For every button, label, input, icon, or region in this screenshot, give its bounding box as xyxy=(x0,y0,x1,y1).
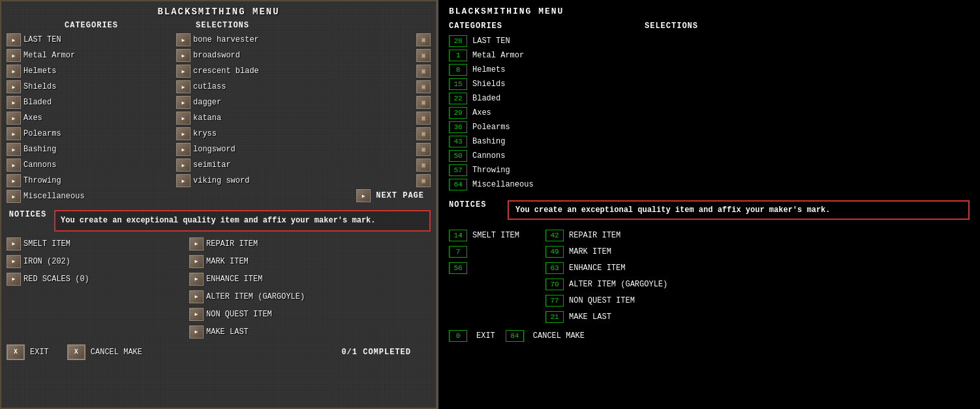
scroll-btn-4[interactable] xyxy=(416,80,431,93)
arrow-btn-crescent[interactable] xyxy=(176,65,191,78)
arrow-btn-katana[interactable] xyxy=(176,112,191,125)
list-item[interactable]: 50 Cannons xyxy=(449,149,645,162)
right-main: 28 LAST TEN 1 Metal Armor 8 Helmets 15 S… xyxy=(449,35,970,192)
list-item[interactable]: kryss xyxy=(176,127,431,141)
list-item[interactable]: Cannons xyxy=(7,158,176,172)
arrow-btn-axes[interactable] xyxy=(7,112,21,125)
arrow-btn-throwing[interactable] xyxy=(7,174,21,187)
list-item[interactable]: REPAIR ITEM xyxy=(189,237,431,251)
list-item[interactable]: NON QUEST ITEM xyxy=(189,307,431,322)
list-item[interactable]: Metal Armor xyxy=(7,48,176,63)
list-item[interactable]: bone harvester xyxy=(176,33,431,47)
right-exit-item[interactable]: 0 EXIT xyxy=(449,330,495,342)
arrow-btn-shields[interactable] xyxy=(7,80,21,93)
list-item[interactable]: 70 ALTER ITEM (GARGOYLE) xyxy=(545,278,667,291)
list-item[interactable]: 15 Shields xyxy=(449,78,645,91)
list-item[interactable]: 7 xyxy=(449,245,519,258)
scroll-btn-6[interactable] xyxy=(416,112,431,125)
scroll-btn-8[interactable] xyxy=(416,143,431,156)
list-item[interactable]: viking sword xyxy=(176,174,431,188)
arrow-btn-polearms[interactable] xyxy=(7,127,21,140)
list-item[interactable]: SMELT ITEM xyxy=(7,237,176,251)
list-item[interactable]: 28 LAST TEN xyxy=(449,35,645,48)
arrow-btn-cannons[interactable] xyxy=(7,159,21,172)
arrow-btn-viking[interactable] xyxy=(176,174,191,187)
list-item[interactable]: seimitar xyxy=(176,158,431,172)
cat-label-bladed: Bladed xyxy=(23,98,52,107)
arrow-btn-last-ten[interactable] xyxy=(7,33,21,46)
arrow-btn-dagger[interactable] xyxy=(176,96,191,109)
arrow-btn-bladed[interactable] xyxy=(7,96,21,109)
list-item[interactable]: katana xyxy=(176,111,431,125)
list-item[interactable]: Throwing xyxy=(7,174,176,188)
arrow-btn-mark[interactable] xyxy=(189,255,204,268)
list-item[interactable]: 14 SMELT ITEM xyxy=(449,229,519,242)
list-item[interactable]: 64 Miscellaneous xyxy=(449,178,645,191)
arrow-btn-red-scales[interactable] xyxy=(7,273,21,286)
arrow-btn-repair[interactable] xyxy=(189,237,204,250)
scroll-btn-10[interactable] xyxy=(416,174,431,187)
list-item[interactable]: 43 Bashing xyxy=(449,135,645,148)
arrow-btn-smelt[interactable] xyxy=(7,237,21,250)
list-item[interactable]: 21 MAKE LAST xyxy=(545,311,667,324)
list-item[interactable]: ENHANCE ITEM xyxy=(189,272,431,286)
arrow-btn-make-last[interactable] xyxy=(189,326,204,339)
scroll-btn-7[interactable] xyxy=(416,127,431,140)
exit-button[interactable]: X xyxy=(7,344,25,360)
list-item[interactable]: crescent blade xyxy=(176,64,431,78)
next-page-arrow[interactable] xyxy=(356,189,371,202)
arrow-btn-cutlass[interactable] xyxy=(176,80,191,93)
list-item[interactable]: 57 Throwing xyxy=(449,164,645,177)
list-item[interactable]: Miscellaneous xyxy=(7,189,176,204)
arrow-btn-iron[interactable] xyxy=(7,255,21,268)
list-item[interactable]: longsword xyxy=(176,142,431,157)
arrow-btn-bashing[interactable] xyxy=(7,143,21,156)
arrow-btn-non-quest[interactable] xyxy=(189,308,204,321)
list-item[interactable]: 77 NON QUEST ITEM xyxy=(545,294,667,307)
arrow-btn-misc[interactable] xyxy=(7,190,21,203)
next-page-button[interactable]: NEXT PAGE xyxy=(356,189,424,202)
cancel-make-button[interactable]: X xyxy=(67,344,85,360)
list-item[interactable]: 63 ENHANCE ITEM xyxy=(545,262,667,275)
arrow-btn-bone-harvester[interactable] xyxy=(176,33,191,46)
list-item[interactable]: Bashing xyxy=(7,142,176,157)
arrow-btn-enhance[interactable] xyxy=(189,273,204,286)
list-item[interactable]: 22 Bladed xyxy=(449,92,645,105)
scroll-btn-9[interactable] xyxy=(416,159,431,172)
scroll-btn-5[interactable] xyxy=(416,96,431,109)
list-item[interactable]: dagger xyxy=(176,95,431,110)
scroll-btn-3[interactable] xyxy=(416,65,431,78)
cat-label-misc: Miscellaneous xyxy=(23,192,85,201)
list-item[interactable]: Axes xyxy=(7,111,176,125)
list-item[interactable]: MAKE LAST xyxy=(189,325,431,339)
arrow-btn-helmets[interactable] xyxy=(7,65,21,78)
left-sel-header: SELECTIONS xyxy=(176,21,424,30)
list-item[interactable]: LAST TEN xyxy=(7,33,176,47)
scroll-btn-2[interactable] xyxy=(416,49,431,62)
list-item[interactable]: Shields xyxy=(7,80,176,94)
list-item[interactable]: Polearms xyxy=(7,127,176,141)
arrow-btn-seimitar[interactable] xyxy=(176,159,191,172)
list-item[interactable]: RED SCALES (0) xyxy=(7,272,176,286)
arrow-btn-alter[interactable] xyxy=(189,290,204,303)
list-item[interactable]: 56 xyxy=(449,262,519,275)
arrow-btn-longsword[interactable] xyxy=(176,143,191,156)
arrow-btn-metal-armor[interactable] xyxy=(7,49,21,62)
list-item[interactable]: broadsword xyxy=(176,48,431,63)
arrow-btn-broadsword[interactable] xyxy=(176,49,191,62)
list-item[interactable]: 29 Axes xyxy=(449,106,645,119)
list-item[interactable]: 36 Polearms xyxy=(449,121,645,134)
list-item[interactable]: 42 REPAIR ITEM xyxy=(545,229,667,242)
list-item[interactable]: 8 Helmets xyxy=(449,63,645,76)
list-item[interactable]: Helmets xyxy=(7,64,176,78)
list-item[interactable]: IRON (202) xyxy=(7,254,176,269)
list-item[interactable]: 1 Metal Armor xyxy=(449,49,645,62)
list-item[interactable]: Bladed xyxy=(7,95,176,110)
list-item[interactable]: ALTER ITEM (GARGOYLE) xyxy=(189,290,431,304)
arrow-btn-kryss[interactable] xyxy=(176,127,191,140)
scroll-btn-1[interactable] xyxy=(416,33,431,46)
list-item[interactable]: MARK ITEM xyxy=(189,254,431,269)
list-item[interactable]: 49 MARK ITEM xyxy=(545,245,667,258)
right-cancel-item[interactable]: 84 CANCEL MAKE xyxy=(506,330,585,342)
list-item[interactable]: cutlass xyxy=(176,80,431,94)
